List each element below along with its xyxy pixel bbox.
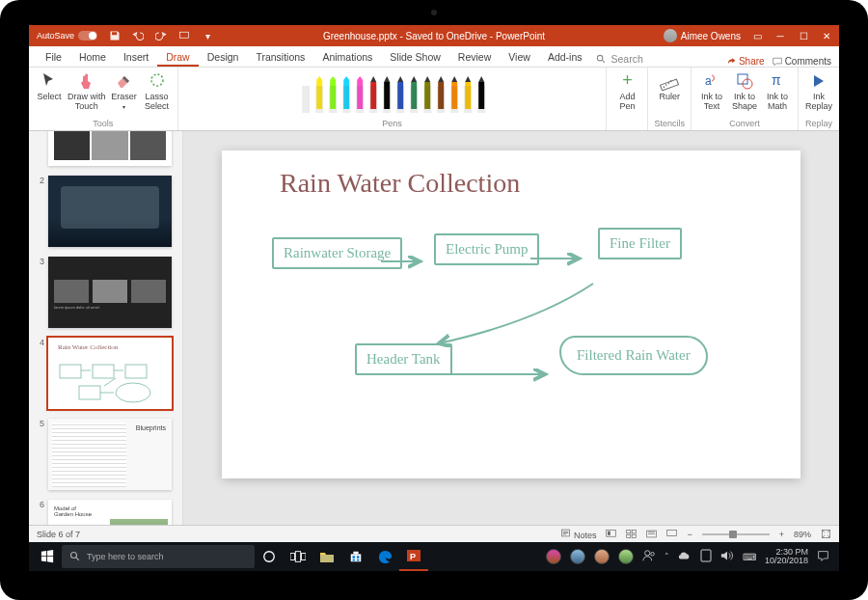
people-1-icon[interactable] xyxy=(546,549,561,564)
onedrive-icon[interactable] xyxy=(678,551,692,562)
present-icon[interactable] xyxy=(178,30,190,41)
thumb-1[interactable]: 1 xyxy=(29,131,182,168)
select-button[interactable]: Select xyxy=(35,71,64,112)
tab-file[interactable]: File xyxy=(37,47,70,67)
slide-canvas[interactable]: Rain Water Collection Rainwater Storage … xyxy=(183,131,839,525)
svg-rect-68 xyxy=(290,553,294,559)
pen-13[interactable] xyxy=(475,76,486,113)
normal-view-icon[interactable] xyxy=(606,529,616,539)
ribbon-options-icon[interactable]: ▭ xyxy=(750,31,764,41)
taskview-icon[interactable] xyxy=(284,542,312,571)
volume-icon[interactable] xyxy=(720,550,734,563)
current-slide[interactable]: Rain Water Collection Rainwater Storage … xyxy=(222,150,800,478)
share-button[interactable]: Share xyxy=(726,56,765,67)
lasso-icon xyxy=(148,71,167,91)
explorer-icon[interactable] xyxy=(312,542,341,571)
autosave-toggle[interactable]: AutoSave xyxy=(37,31,97,41)
people-4-icon[interactable] xyxy=(618,549,634,564)
people-2-icon[interactable] xyxy=(570,549,585,564)
tab-slideshow[interactable]: Slide Show xyxy=(381,47,449,67)
pen-7[interactable] xyxy=(393,76,405,113)
pen-4[interactable] xyxy=(353,76,365,113)
tab-animations[interactable]: Animations xyxy=(313,47,381,67)
thumb-3[interactable]: 3lorem ipsum dolor sit amet xyxy=(29,255,182,330)
pen-5[interactable] xyxy=(366,76,378,113)
pen-9[interactable] xyxy=(420,76,432,113)
tab-view[interactable]: View xyxy=(500,47,539,67)
fit-icon[interactable] xyxy=(821,529,831,539)
slideshow-view-icon[interactable] xyxy=(666,529,677,539)
store-icon[interactable] xyxy=(341,542,370,571)
pen-8[interactable] xyxy=(407,76,419,113)
eraser-button[interactable]: Eraser▾ xyxy=(110,71,139,112)
zoom-slider[interactable] xyxy=(702,533,770,535)
pen-2[interactable] xyxy=(326,76,338,113)
tab-home[interactable]: Home xyxy=(70,47,115,67)
pen-10[interactable] xyxy=(434,76,446,113)
tray-up-icon[interactable]: ˄ xyxy=(665,552,669,561)
taskbar-search[interactable]: Type here to search xyxy=(62,545,255,568)
tab-review[interactable]: Review xyxy=(449,47,500,67)
pen-0[interactable] xyxy=(299,76,311,113)
pen-12[interactable] xyxy=(461,76,473,113)
svg-rect-0 xyxy=(180,32,189,38)
pen-6[interactable] xyxy=(380,76,392,113)
people-button[interactable] xyxy=(642,549,656,564)
tablet-mode-icon[interactable] xyxy=(700,549,712,564)
maximize-icon[interactable]: ☐ xyxy=(797,31,810,41)
svg-rect-69 xyxy=(295,552,300,562)
ink-to-text-button[interactable]: a Ink to Text xyxy=(697,71,726,112)
user-account[interactable]: Aimee Owens xyxy=(664,29,741,42)
lasso-button[interactable]: Lasso Select xyxy=(143,71,172,112)
notifications-icon[interactable] xyxy=(817,550,829,564)
sorter-view-icon[interactable] xyxy=(626,529,637,539)
svg-rect-70 xyxy=(302,553,306,559)
more-icon[interactable]: ▾ xyxy=(202,30,213,41)
comments-button[interactable]: Comments xyxy=(773,56,831,67)
zoom-in-button[interactable]: + xyxy=(779,530,784,539)
ruler-button[interactable]: Ruler xyxy=(655,71,684,102)
powerpoint-icon[interactable]: P xyxy=(399,542,428,571)
language-icon[interactable]: ⌨ xyxy=(743,552,756,562)
save-icon[interactable] xyxy=(109,30,121,41)
svg-marker-10 xyxy=(330,76,336,80)
svg-rect-52 xyxy=(93,365,114,378)
edge-icon[interactable] xyxy=(370,542,399,571)
svg-rect-53 xyxy=(125,365,147,378)
close-icon[interactable]: ✕ xyxy=(820,31,833,41)
add-pen-button[interactable]: + Add Pen xyxy=(612,71,641,112)
svg-rect-64 xyxy=(667,530,677,535)
notes-icon xyxy=(560,528,571,538)
search-placeholder: Search xyxy=(610,53,642,65)
ink-replay-button[interactable]: Ink Replay xyxy=(804,71,833,112)
thumb-6[interactable]: 6Model of Garden House xyxy=(29,498,182,525)
tab-insert[interactable]: Insert xyxy=(115,47,157,67)
search-icon xyxy=(596,54,607,65)
search-box[interactable]: Search xyxy=(590,51,648,67)
ink-to-shape-button[interactable]: Ink to Shape xyxy=(730,71,759,112)
thumb-2[interactable]: 2 xyxy=(29,174,182,249)
start-button[interactable] xyxy=(33,542,62,571)
pen-11[interactable] xyxy=(448,76,459,113)
pen-1[interactable] xyxy=(312,76,324,113)
tray-clock[interactable]: 2:30 PM 10/20/2018 xyxy=(765,548,808,566)
undo-icon[interactable] xyxy=(132,30,144,41)
thumb-5[interactable]: 5Blueprints xyxy=(29,417,182,492)
pen-3[interactable] xyxy=(339,76,351,113)
ink-to-math-button[interactable]: π Ink to Math xyxy=(763,71,792,112)
reading-view-icon[interactable] xyxy=(646,529,657,539)
minimize-icon[interactable]: ─ xyxy=(773,31,787,41)
notes-button[interactable]: Notes xyxy=(560,528,596,540)
redo-icon[interactable] xyxy=(155,30,167,41)
tab-design[interactable]: Design xyxy=(199,47,248,67)
plus-icon: + xyxy=(617,71,637,91)
zoom-out-button[interactable]: − xyxy=(687,530,692,539)
thumb-4[interactable]: 4Rain Water Collection xyxy=(29,336,182,411)
slide-thumbnails[interactable]: 1 2 3lorem ipsum dolor sit amet 4Rain Wa… xyxy=(29,131,183,525)
tab-addins[interactable]: Add-ins xyxy=(539,47,591,67)
tab-transitions[interactable]: Transitions xyxy=(247,47,313,67)
cortana-icon[interactable] xyxy=(255,542,284,571)
people-3-icon[interactable] xyxy=(594,549,610,564)
draw-touch-button[interactable]: Draw with Touch xyxy=(68,71,106,112)
tab-draw[interactable]: Draw xyxy=(157,47,199,67)
